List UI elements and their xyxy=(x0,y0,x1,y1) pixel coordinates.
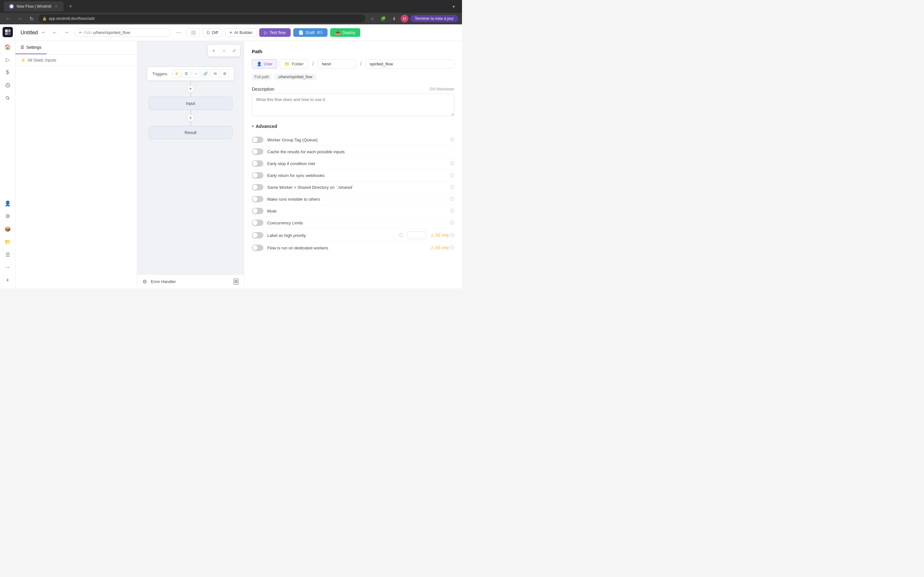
trigger-settings-icon[interactable]: ⚙ xyxy=(221,69,229,78)
advanced-header[interactable]: ▾ Advanced xyxy=(252,124,454,129)
split-view-button[interactable]: ⬜ xyxy=(186,28,200,37)
new-tab-button[interactable]: + xyxy=(66,2,75,11)
update-button[interactable]: Terminer la mise à jour xyxy=(410,15,458,22)
priority-input[interactable] xyxy=(407,231,426,239)
dedicated-workers-toggle[interactable] xyxy=(252,245,263,251)
sidebar-item-users[interactable]: 👤 xyxy=(2,197,13,209)
early-return-toggle[interactable] xyxy=(252,172,263,179)
early-stop-info-icon[interactable]: ⓘ xyxy=(450,161,454,166)
settings-tab[interactable]: ☰ Settings xyxy=(15,41,47,54)
flow-title: Untitled xyxy=(21,30,38,35)
invisible-runs-info-icon[interactable]: ⓘ xyxy=(450,196,454,202)
shared-directory-toggle-row: Same Worker + Shared Directory on `./sha… xyxy=(252,181,454,193)
username-input[interactable] xyxy=(318,59,356,69)
more-options-button[interactable]: ⋯ xyxy=(174,28,184,37)
folder-toggle-option[interactable]: 📁 Folder xyxy=(280,59,309,69)
trigger-schedule-icon[interactable]: 🗓 xyxy=(182,69,191,78)
shared-directory-info-icon[interactable]: ⓘ xyxy=(450,184,454,190)
svg-point-6 xyxy=(6,97,9,99)
invisible-runs-label: Make runs invisible to others xyxy=(267,197,446,201)
mute-toggle[interactable] xyxy=(252,208,263,214)
tab-icon xyxy=(9,4,14,9)
redo-button[interactable]: ↪ xyxy=(61,29,72,37)
flow-canvas: + − ⤢ Triggers ⚡ 🗓 ↔ 🔗 ✉ ⚙ xyxy=(137,41,244,288)
user-folder-toggle: 👤 User 📁 Folder xyxy=(252,59,309,69)
zoom-in-button[interactable]: + xyxy=(209,46,218,55)
early-stop-toggle[interactable] xyxy=(252,160,263,167)
browser-chrome: New Flow | Windmill × + ▾ xyxy=(0,0,462,13)
sidebar-item-add[interactable]: + xyxy=(2,274,13,286)
nav-actions: ☆ 🧩 ⬇ H Terminer la mise à jour xyxy=(368,14,458,23)
sidebar-item-expand[interactable]: → xyxy=(2,261,13,273)
address-text: app.windmill.dev/flows/add xyxy=(49,16,95,21)
refresh-button[interactable]: ↻ xyxy=(27,14,36,23)
result-node[interactable]: Result xyxy=(149,126,232,139)
ee-warning-icon-priority: ⚠ xyxy=(430,233,435,238)
user-toggle-option[interactable]: 👤 User xyxy=(252,59,277,69)
advanced-label: Advanced xyxy=(256,124,277,129)
ai-builder-button[interactable]: ✦ AI Builder xyxy=(225,28,257,37)
sidebar-item-settings[interactable]: ⚙ xyxy=(2,210,13,222)
sidebar-item-resources[interactable]: $ xyxy=(2,67,13,78)
all-static-inputs-item[interactable]: ⚡ All Static Inputs xyxy=(15,55,137,66)
tab-close-button[interactable]: × xyxy=(54,4,58,9)
worker-group-info-icon[interactable]: ⓘ xyxy=(450,137,454,143)
trigger-email-icon[interactable]: ✉ xyxy=(211,69,220,78)
flow-name-input[interactable] xyxy=(365,59,454,69)
input-node[interactable]: Input xyxy=(149,97,232,110)
add-node-button-2[interactable]: + xyxy=(187,114,194,122)
deploy-button[interactable]: 📤 Deploy xyxy=(330,28,360,37)
error-handler-action-button[interactable]: ⚙ xyxy=(234,279,239,285)
trigger-sync-icon[interactable]: ↔ xyxy=(192,69,200,78)
path-field[interactable]: ✏ Path u/henri/spirited_flow xyxy=(75,29,171,37)
path-label: Path xyxy=(84,31,92,35)
triggers-node[interactable]: Triggers ⚡ 🗓 ↔ 🔗 ✉ ⚙ xyxy=(147,67,234,81)
cache-results-toggle[interactable] xyxy=(252,148,263,155)
sidebar-item-home[interactable]: 🏠 xyxy=(2,41,13,53)
concurrency-toggle[interactable] xyxy=(252,219,263,226)
description-textarea[interactable] xyxy=(252,93,454,116)
mute-info-icon[interactable]: ⓘ xyxy=(450,208,454,214)
shared-directory-toggle[interactable] xyxy=(252,184,263,190)
early-return-info-icon[interactable]: ⓘ xyxy=(450,172,454,178)
diff-button[interactable]: ⟨⟩ Diff xyxy=(202,28,222,37)
full-path-label: Full path xyxy=(252,74,272,80)
sidebar-item-list[interactable]: ☰ xyxy=(2,249,13,260)
high-priority-info-icon[interactable]: ⓘ xyxy=(399,232,403,238)
back-button[interactable]: ← xyxy=(4,14,13,23)
svg-rect-2 xyxy=(8,29,11,32)
address-bar[interactable]: 🔒 app.windmill.dev/flows/add xyxy=(39,15,365,23)
sidebar-item-packages[interactable]: 📦 xyxy=(2,223,13,235)
high-priority-toggle[interactable] xyxy=(252,232,263,239)
draft-button[interactable]: 📄 Draft ⌘S xyxy=(293,28,328,37)
sidebar-item-scripts[interactable] xyxy=(2,79,13,91)
worker-group-toggle[interactable] xyxy=(252,137,263,143)
sidebar-item-flows[interactable]: ▷ xyxy=(2,54,13,65)
ee-priority-info-icon[interactable]: ⓘ xyxy=(450,232,454,238)
chevron-down-icon[interactable]: ▾ xyxy=(449,2,458,11)
browser-tab[interactable]: New Flow | Windmill × xyxy=(4,1,63,11)
sidebar-item-folder[interactable]: 📁 xyxy=(2,236,13,247)
edit-title-button[interactable]: ✏ xyxy=(40,29,47,36)
app-logo[interactable] xyxy=(3,27,13,37)
bookmark-button[interactable]: ☆ xyxy=(368,14,377,23)
undo-button[interactable]: ↩ xyxy=(49,29,60,37)
zoom-out-button[interactable]: − xyxy=(220,46,228,55)
concurrency-info-icon[interactable]: ⓘ xyxy=(450,220,454,226)
trigger-link-icon[interactable]: 🔗 xyxy=(202,69,210,78)
fit-view-button[interactable]: ⤢ xyxy=(230,46,239,55)
invisible-runs-toggle[interactable] xyxy=(252,196,263,202)
trigger-webhook-icon[interactable]: ⚡ xyxy=(173,69,181,78)
test-flow-button[interactable]: ▷ Test flow xyxy=(259,28,291,37)
download-button[interactable]: ⬇ xyxy=(390,14,399,23)
description-format: GH Markdown xyxy=(430,87,454,91)
sidebar-item-search[interactable] xyxy=(2,92,13,104)
user-icon: 👤 xyxy=(257,61,262,66)
add-node-button-1[interactable]: + xyxy=(187,85,194,93)
ee-only-badge-dedicated: ⚠ EE only ⓘ xyxy=(430,245,454,251)
avatar[interactable]: H xyxy=(401,15,409,23)
ee-dedicated-info-icon[interactable]: ⓘ xyxy=(450,245,454,251)
dedicated-workers-label: Flow is run on dedicated workers xyxy=(267,245,426,250)
extensions-button[interactable]: 🧩 xyxy=(379,14,388,23)
forward-button[interactable]: → xyxy=(15,14,24,23)
